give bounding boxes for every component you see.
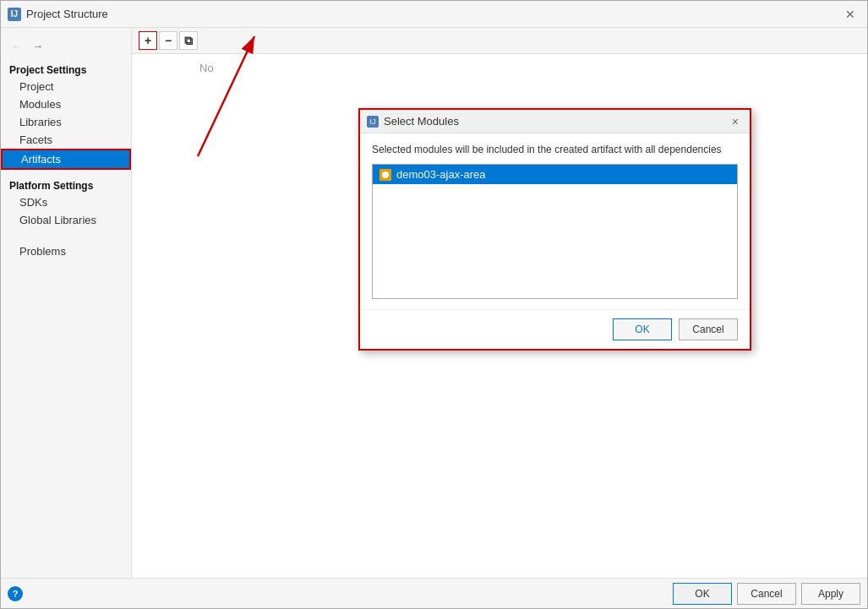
forward-arrow[interactable]: →	[29, 38, 46, 54]
sidebar-item-artifacts[interactable]: Artifacts	[1, 149, 131, 170]
dialog-icon: IJ	[367, 116, 379, 128]
sidebar: ← → Project Settings Project Modules Lib…	[1, 28, 132, 578]
dialog-cancel-button[interactable]: Cancel	[679, 318, 738, 340]
sidebar-item-global-libraries[interactable]: Global Libraries	[1, 211, 131, 229]
sidebar-item-problems[interactable]: Problems	[1, 242, 131, 260]
toolbar: + − ⧉	[132, 28, 867, 54]
main-window: IJ Project Structure ✕ ← → Project Setti…	[0, 0, 868, 609]
no-artifact-text: No	[199, 62, 214, 74]
dialog-title-bar: IJ Select Modules ×	[360, 110, 750, 133]
dialog-ok-button[interactable]: OK	[613, 318, 672, 340]
svg-line-1	[198, 36, 254, 156]
window-title: Project Structure	[26, 8, 108, 20]
module-icon	[379, 169, 391, 181]
dialog-title: Select Modules	[384, 115, 459, 128]
module-item[interactable]: demo03-ajax-area	[373, 165, 737, 184]
dialog-title-left: IJ Select Modules	[367, 115, 459, 128]
ok-button[interactable]: OK	[673, 583, 732, 605]
dialog-footer: OK Cancel	[360, 309, 750, 349]
title-bar: IJ Project Structure ✕	[1, 1, 867, 28]
sidebar-item-project[interactable]: Project	[1, 78, 131, 95]
help-button[interactable]: ?	[8, 586, 23, 601]
cancel-button[interactable]: Cancel	[737, 583, 796, 605]
sidebar-item-sdks[interactable]: SDKs	[1, 193, 131, 211]
title-bar-left: IJ Project Structure	[8, 8, 108, 21]
main-panel: + − ⧉ No IJ	[132, 28, 867, 578]
content-area: ← → Project Settings Project Modules Lib…	[1, 28, 867, 578]
back-arrow[interactable]: ←	[8, 38, 25, 54]
module-list[interactable]: demo03-ajax-area	[372, 164, 738, 299]
intellij-icon: IJ	[8, 8, 21, 21]
copy-artifact-button[interactable]: ⧉	[179, 31, 198, 50]
remove-artifact-button[interactable]: −	[159, 31, 177, 50]
sidebar-item-libraries[interactable]: Libraries	[1, 113, 131, 131]
dialog-close-button[interactable]: ×	[728, 114, 743, 129]
sidebar-item-modules[interactable]: Modules	[1, 95, 131, 113]
bottom-bar: ? OK Cancel Apply	[1, 578, 867, 608]
platform-settings-header: Platform Settings	[1, 177, 131, 193]
window-close-button[interactable]: ✕	[840, 6, 860, 23]
project-settings-header: Project Settings	[1, 61, 131, 78]
select-modules-dialog: IJ Select Modules × Selected modules wil…	[358, 108, 751, 351]
apply-button[interactable]: Apply	[801, 583, 860, 605]
module-item-label: demo03-ajax-area	[396, 168, 486, 181]
add-artifact-button[interactable]: +	[139, 31, 157, 50]
sidebar-item-facets[interactable]: Facets	[1, 131, 131, 149]
dialog-description: Selected modules will be included in the…	[372, 144, 738, 155]
dialog-body: Selected modules will be included in the…	[360, 133, 750, 309]
nav-arrows: ← →	[1, 35, 131, 61]
